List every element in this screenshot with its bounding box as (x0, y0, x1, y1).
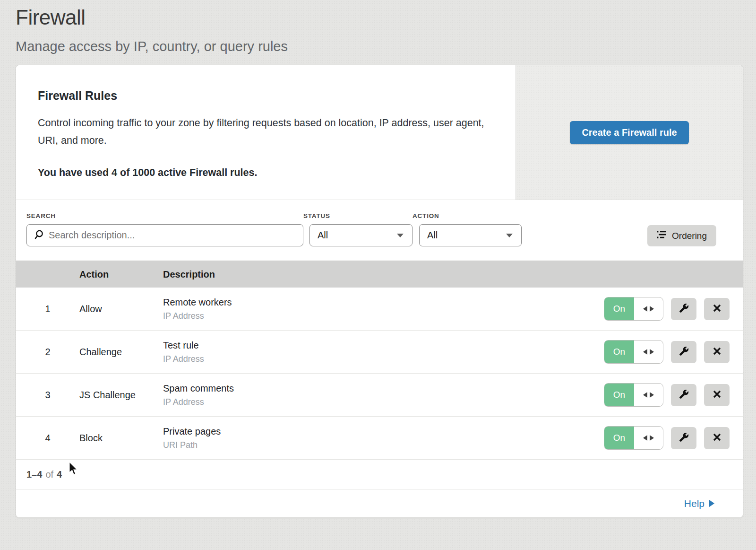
rule-enabled-toggle[interactable]: On (604, 297, 663, 321)
rule-action: JS Challenge (79, 390, 163, 401)
rule-description: Private pages (163, 426, 587, 437)
status-label: STATUS (303, 212, 412, 219)
search-group: SEARCH (26, 212, 303, 246)
chevron-down-icon (505, 230, 514, 241)
table-row: 3 JS Challenge Spam comments IP Address … (16, 374, 743, 417)
ordering-button-label: Ordering (672, 231, 707, 241)
delete-rule-button[interactable] (704, 298, 730, 320)
page-subtitle: Manage access by IP, country, or query r… (16, 39, 756, 54)
rule-controls: On (587, 297, 743, 321)
pagination-of: of (45, 469, 53, 480)
edit-rule-button[interactable] (671, 341, 696, 363)
wrench-icon (679, 346, 689, 358)
toggle-arrows-icon (634, 340, 663, 363)
action-group: ACTION All (412, 212, 522, 246)
action-label: ACTION (412, 212, 522, 219)
rule-controls: On (587, 383, 743, 407)
status-select[interactable]: All (309, 224, 412, 246)
search-label: SEARCH (26, 212, 303, 219)
toggle-on-label: On (604, 297, 634, 320)
pagination-range: 1–4 (26, 469, 42, 480)
delete-rule-button[interactable] (704, 341, 730, 363)
firewall-rules-title: Firewall Rules (38, 89, 487, 103)
help-link[interactable]: Help (684, 498, 714, 509)
rule-description-cell: Private pages URI Path (163, 426, 587, 450)
search-input[interactable] (49, 230, 296, 241)
rule-description-cell: Spam comments IP Address (163, 383, 587, 407)
edit-rule-button[interactable] (671, 298, 696, 320)
rule-match-type: URI Path (163, 440, 587, 450)
toggle-on-label: On (604, 384, 634, 406)
rule-description-cell: Test rule IP Address (163, 340, 587, 364)
rule-description: Test rule (163, 340, 587, 351)
table-row: 2 Challenge Test rule IP Address On (16, 331, 743, 374)
pagination-total: 4 (57, 469, 62, 480)
firewall-rules-description: Control incoming traffic to your zone by… (38, 114, 487, 149)
table-header: Action Description (16, 261, 743, 288)
toggle-arrows-icon (634, 427, 663, 449)
edit-rule-button[interactable] (671, 384, 696, 406)
page-title: Firewall (16, 6, 756, 29)
action-select-value: All (427, 230, 438, 241)
search-icon (34, 229, 44, 242)
pagination: 1–4 of 4 (16, 460, 743, 489)
edit-rule-button[interactable] (671, 427, 696, 449)
card-footer: Help (16, 489, 743, 517)
rule-action: Block (79, 433, 163, 444)
rule-match-type: IP Address (163, 397, 587, 407)
close-icon (713, 304, 721, 314)
wrench-icon (679, 303, 689, 314)
toggle-arrows-icon (634, 297, 663, 320)
wrench-icon (679, 389, 689, 401)
firewall-page: { "colors": { "accent_blue": "#2d7bb8", … (0, 0, 756, 550)
rule-enabled-toggle[interactable]: On (604, 426, 663, 450)
rule-description-cell: Remote workers IP Address (163, 297, 587, 321)
ordered-list-icon (657, 230, 667, 241)
rule-priority: 4 (16, 433, 79, 444)
header-action: Action (79, 269, 163, 280)
help-link-label: Help (684, 498, 704, 509)
firewall-rules-usage: You have used 4 of 1000 active Firewall … (38, 167, 487, 179)
rule-enabled-toggle[interactable]: On (604, 340, 663, 364)
toggle-arrows-icon (634, 384, 663, 406)
status-group: STATUS All (303, 212, 412, 246)
rule-controls: On (587, 340, 743, 364)
page-header: Firewall Manage access by IP, country, o… (0, 0, 756, 54)
toggle-on-label: On (604, 427, 634, 449)
table-row: 1 Allow Remote workers IP Address On (16, 288, 743, 331)
rule-priority: 2 (16, 347, 79, 358)
firewall-card: Firewall Rules Control incoming traffic … (16, 65, 743, 518)
help-arrow-icon (709, 498, 714, 509)
table-row: 4 Block Private pages URI Path On (16, 417, 743, 460)
close-icon (713, 433, 721, 443)
rule-priority: 3 (16, 390, 79, 401)
rule-description: Remote workers (163, 297, 587, 308)
ordering-button[interactable]: Ordering (647, 225, 716, 246)
chevron-down-icon (396, 230, 404, 241)
firewall-rules-info: Firewall Rules Control incoming traffic … (16, 65, 515, 200)
rule-match-type: IP Address (163, 311, 587, 321)
rule-description: Spam comments (163, 383, 587, 394)
rule-match-type: IP Address (163, 354, 587, 364)
search-box (26, 224, 303, 246)
close-icon (713, 390, 721, 400)
close-icon (713, 347, 721, 357)
filter-bar: SEARCH STATUS All ACTION All (16, 200, 743, 261)
header-description: Description (163, 269, 587, 280)
delete-rule-button[interactable] (704, 427, 730, 449)
rule-controls: On (587, 426, 743, 450)
toggle-on-label: On (604, 340, 634, 363)
rule-priority: 1 (16, 304, 79, 314)
wrench-icon (679, 432, 689, 444)
rule-action: Allow (79, 304, 163, 314)
action-select[interactable]: All (419, 224, 522, 246)
create-rule-panel: Create a Firewall rule (515, 65, 743, 200)
status-select-value: All (318, 230, 328, 241)
firewall-rules-section: Firewall Rules Control incoming traffic … (16, 65, 743, 200)
rule-action: Challenge (79, 347, 163, 358)
delete-rule-button[interactable] (704, 384, 730, 406)
create-firewall-rule-button[interactable]: Create a Firewall rule (570, 121, 688, 144)
rule-enabled-toggle[interactable]: On (604, 383, 663, 407)
